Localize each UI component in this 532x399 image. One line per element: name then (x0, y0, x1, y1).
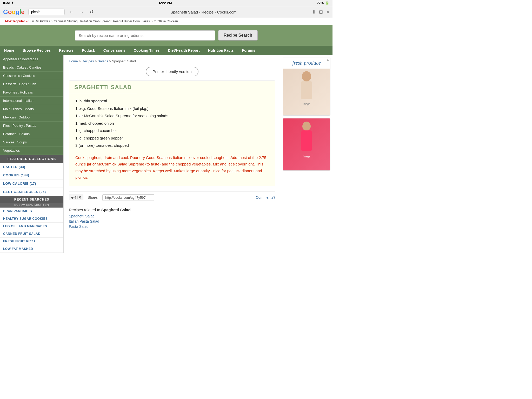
search-button[interactable]: Recipe Search (218, 30, 258, 41)
nav-diet[interactable]: Diet/Health Report (164, 46, 204, 55)
ad-image-1[interactable]: Image (283, 69, 330, 115)
status-left: iPad ✦ (3, 1, 14, 5)
breadcrumb-current: Spaghetti Salad (112, 59, 136, 63)
main-nav: Home Browse Recipes Reviews Potluck Conv… (0, 46, 332, 55)
nav-forums[interactable]: Forums (238, 46, 260, 55)
related-title: Recipes related to Spaghetti Salad (69, 208, 275, 212)
related-link-2[interactable]: Italian Pasta Salad (69, 219, 275, 223)
share-icon[interactable]: ⬆ (312, 9, 316, 15)
recent-searches-subtitle: EVERY FEW MINUTES (0, 203, 63, 208)
ingredient-2: 1 pkg. Good Seasons Italian mix (foil pk… (75, 106, 269, 112)
recent-item-2[interactable]: HEALTHY SUGAR COOKIES (0, 215, 63, 223)
svg-rect-1 (301, 81, 312, 99)
search-header: Recipe Search (0, 25, 332, 46)
sidebar-item-appetizers[interactable]: Appetizers : Beverages (0, 55, 63, 63)
page-title: Spaghetti Salad - Recipe - Cooks.com (98, 10, 309, 14)
ad-sidebar: ▶ fresh produce Image Image (281, 55, 332, 253)
share-label: Share: (88, 195, 98, 200)
recent-item-6[interactable]: LOW FAT MASHED (0, 245, 63, 253)
ingredient-3: 1 jar McCormick Salad Supreme for season… (75, 113, 269, 119)
recent-item-5[interactable]: FRESH FRUIT PIZZA (0, 238, 63, 245)
breadcrumb-home[interactable]: Home (69, 59, 78, 63)
svg-rect-4 (301, 130, 312, 151)
battery-icon: 🔋 (325, 1, 329, 5)
ingredient-6: 1 lg. chopped green pepper (75, 135, 269, 141)
recent-item-4[interactable]: CANNED FRUIT SALAD (0, 230, 63, 238)
search-input[interactable] (75, 30, 215, 41)
url-bar[interactable]: picnic (28, 9, 65, 15)
layout: Appetizers : Beverages Breads : Cakes : … (0, 55, 332, 253)
ad-box-2: Image (283, 118, 330, 171)
collection-easter[interactable]: EASTER (33) (0, 163, 63, 171)
printer-friendly-button[interactable]: Printer-friendly version (146, 67, 198, 76)
svg-point-0 (302, 71, 311, 82)
nav-cooking-times[interactable]: Cooking Times (130, 46, 164, 55)
printer-btn-wrap: Printer-friendly version (69, 67, 275, 76)
popular-arrow: » (26, 19, 28, 23)
back-button[interactable]: ← (67, 9, 75, 15)
gplus-label: g+1 (71, 196, 76, 199)
gplus-count: 0 (77, 196, 81, 199)
browser-actions: ⬆ ⊞ ✕ (312, 9, 329, 15)
recipe-title: SPAGHETTI SALAD (74, 84, 132, 91)
svg-text:Image: Image (303, 155, 310, 158)
sidebar-item-main[interactable]: Main Dishes : Meats (0, 105, 63, 113)
recent-searches-title: RECENT SEARCHES (0, 196, 63, 203)
sidebar-item-international[interactable]: International : Italian (0, 97, 63, 105)
svg-text:Image: Image (303, 103, 310, 105)
related-link-1[interactable]: Spaghetti Salad (69, 214, 275, 218)
popular-link-5[interactable]: Cornflake Chicken (152, 19, 178, 23)
sidebar-item-casseroles[interactable]: Casseroles : Cookies (0, 72, 63, 80)
google-logo: Google (3, 8, 25, 16)
recipe-title-tab: SPAGHETTI SALAD (69, 81, 137, 94)
breadcrumb-salads[interactable]: Salads (98, 59, 108, 63)
popular-link-3[interactable]: Imitation Crab Spread (80, 19, 111, 23)
collection-cookies[interactable]: COOKIES (144) (0, 171, 63, 179)
most-popular-label: Most Popular (5, 19, 25, 23)
nav-reviews[interactable]: Reviews (55, 46, 78, 55)
related-link-3[interactable]: Pasta Salad (69, 224, 275, 229)
sidebar-item-sauces[interactable]: Sauces : Soups (0, 138, 63, 147)
recent-item-3[interactable]: LEG OF LAMB MARINADES (0, 223, 63, 230)
sidebar-categories: Appetizers : Beverages Breads : Cakes : … (0, 55, 63, 155)
sidebar-item-mexican[interactable]: Mexican : Outdoor (0, 113, 63, 122)
url-text: picnic (31, 10, 41, 14)
main-content: Home > Recipes > Salads > Spaghetti Sala… (64, 55, 281, 253)
recent-item-1[interactable]: BRAN PANCAKES (0, 208, 63, 215)
breadcrumb: Home > Recipes > Salads > Spaghetti Sala… (69, 59, 275, 63)
ad-box-1: ▶ fresh produce Image (283, 57, 330, 116)
sidebar-item-breads[interactable]: Breads : Cakes : Candies (0, 63, 63, 72)
collection-low-calorie[interactable]: LOW CALORIE (17) (0, 179, 63, 188)
sidebar-item-favorites[interactable]: Favorites : Holidays (0, 88, 63, 97)
recipe-instructions: Cook spaghetti; drain and cool. Pour dry… (69, 154, 275, 186)
nav-browse[interactable]: Browse Recipes (18, 46, 55, 55)
sidebar-item-desserts[interactable]: Desserts : Eggs : Fish (0, 80, 63, 88)
ad-image-2[interactable]: Image (283, 118, 330, 170)
popular-link-4[interactable]: Peanut Butter Corn Flakes (113, 19, 150, 23)
share-url-input[interactable] (102, 194, 154, 201)
collection-casseroles[interactable]: BEST CASSEROLES (26) (0, 188, 63, 196)
popular-link-2[interactable]: Crabmeat Stuffing (52, 19, 78, 23)
sidebar-item-potatoes[interactable]: Potatoes : Salads (0, 130, 63, 138)
tabs-icon[interactable]: ⊞ (319, 9, 323, 15)
nav-home[interactable]: Home (0, 46, 18, 55)
breadcrumb-recipes[interactable]: Recipes (82, 59, 94, 63)
nav-potluck[interactable]: Potluck (78, 46, 99, 55)
recipe-card: SPAGHETTI SALAD 1 lb. thin spaghetti 1 p… (69, 81, 275, 186)
nav-conversions[interactable]: Conversions (99, 46, 130, 55)
popular-link-1[interactable]: Sun Dill Pickles (28, 19, 50, 23)
share-bar: g+1 0 Share: Comments? (69, 191, 275, 203)
sidebar-item-vegetables[interactable]: Vegetables (0, 147, 63, 155)
comments-link[interactable]: Comments? (256, 195, 275, 200)
close-icon[interactable]: ✕ (326, 10, 329, 15)
gplus-button[interactable]: g+1 0 (69, 195, 83, 200)
reload-button[interactable]: ↺ (88, 9, 95, 15)
ingredient-5: 1 lg. chopped cucumber (75, 128, 269, 134)
sidebar: Appetizers : Beverages Breads : Cakes : … (0, 55, 64, 253)
status-time: 6:22 PM (159, 1, 172, 5)
ingredient-7: 3 (or more) tomatoes, chopped (75, 143, 269, 149)
ad-badge: ▶ (327, 58, 329, 62)
forward-button[interactable]: → (78, 9, 85, 15)
nav-nutrition[interactable]: Nutrition Facts (204, 46, 238, 55)
sidebar-item-pies[interactable]: Pies : Poultry : Pastas (0, 122, 63, 130)
